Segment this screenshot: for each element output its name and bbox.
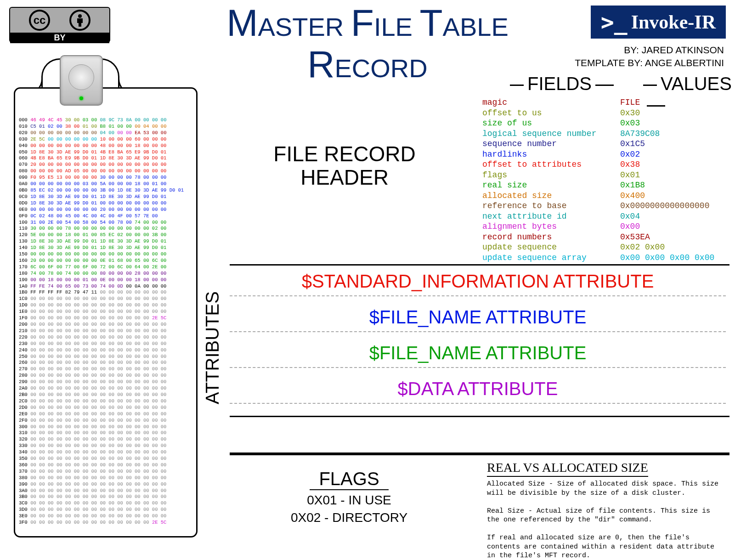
prompt-icon: >_	[601, 16, 628, 29]
attributes-label: ATTRIBUTES	[202, 291, 223, 404]
rv-p3: If real and allocated size are 0, then t…	[487, 533, 726, 560]
file-name-attribute-2: $FILE_NAME ATTRIBUTE	[230, 343, 726, 368]
field-row: update sequence 0x02 0x00	[482, 242, 721, 253]
field-name: update sequence	[482, 242, 620, 253]
field-value: 0x400	[620, 191, 721, 201]
field-value: 0x00 0x00 0x00 0x00	[620, 253, 721, 263]
rv-header: REAL VS ALLOCATED SIZE	[487, 459, 648, 477]
field-value: 0x30	[620, 108, 721, 119]
flags-header: FLAGS	[310, 469, 388, 490]
field-row: magic FILE	[482, 97, 721, 108]
hdd-icon	[60, 55, 103, 106]
field-value: 0x02	[620, 149, 721, 160]
field-name: record numbers	[482, 232, 620, 243]
field-name: next attribute id	[482, 211, 620, 222]
rv-p1: Allocated Size - Size of allocated disk …	[487, 480, 726, 498]
separator-2	[230, 416, 729, 417]
field-row: reference to base 0x0000000000000000	[482, 201, 721, 211]
flags-line-1: 0X01 - IN USE	[266, 493, 432, 508]
field-value: 0x53EA	[620, 232, 721, 243]
field-row: offset to attributes 0x38	[482, 159, 721, 170]
field-value: 8A739C08	[620, 129, 721, 139]
file-record-header-label: FILE RECORDHEADER	[248, 142, 441, 189]
invoke-ir-badge: >_ Invoke-IR	[591, 6, 726, 39]
field-name: size of us	[482, 118, 620, 129]
by-icon	[69, 10, 90, 31]
page-title: MASTER FILE TABLE RECORD	[226, 2, 509, 85]
field-value: 0x02 0x00	[620, 242, 721, 253]
data-attribute: $DATA ATTRIBUTE	[230, 379, 726, 404]
field-row: record numbers 0x53EA	[482, 232, 721, 243]
field-name: update sequence array	[482, 253, 620, 263]
file-name-attribute-1: $FILE_NAME ATTRIBUTE	[230, 307, 726, 332]
field-row: update sequence array 0x00 0x00 0x00 0x0…	[482, 253, 721, 263]
field-name: sequence number	[482, 139, 620, 149]
separator-3	[230, 453, 729, 455]
field-value: 0x1C5	[620, 139, 721, 149]
field-name: offset to us	[482, 108, 620, 119]
field-value: 0x1B8	[620, 180, 721, 191]
field-row: hardlinks 0x02	[482, 149, 721, 160]
field-name: flags	[482, 170, 620, 181]
field-name: alignment bytes	[482, 221, 620, 232]
hex-dump-panel: 000 46 49 4C 45 30 00 03 00 08 9C 73 8A …	[14, 87, 198, 537]
field-row: allocated size 0x400	[482, 191, 721, 201]
field-name: real size	[482, 180, 620, 191]
field-value: 0x0000000000000000	[620, 201, 721, 211]
field-value: 0x38	[620, 159, 721, 170]
field-value: 0x04	[620, 211, 721, 222]
field-name: offset to attributes	[482, 159, 620, 170]
field-row: offset to us 0x30	[482, 108, 721, 119]
field-value: 0x03	[620, 118, 721, 129]
invoke-ir-text: Invoke-IR	[631, 11, 716, 33]
field-row: flags 0x01	[482, 170, 721, 181]
hex-dump: 000 46 49 4C 45 30 00 03 00 08 9C 73 8A …	[19, 117, 192, 526]
svg-point-0	[78, 14, 82, 18]
fields-header: FIELDS	[510, 74, 614, 94]
credits: BY: JARED ATKINSON TEMPLATE BY: ANGE ALB…	[575, 44, 724, 70]
separator-1	[230, 264, 729, 266]
field-row: sequence number 0x1C5	[482, 139, 721, 149]
field-row: next attribute id 0x04	[482, 211, 721, 222]
field-row: alignment bytes 0x00	[482, 221, 721, 232]
template-credit: TEMPLATE BY: ANGE ALBERTINI	[575, 57, 724, 69]
field-value: 0x01	[620, 170, 721, 181]
flags-line-2: 0X02 - DIRECTORY	[266, 510, 432, 525]
field-value: 0x00	[620, 221, 721, 232]
field-name: magic	[482, 97, 620, 108]
field-row: logical sequence number 8A739C08	[482, 129, 721, 139]
field-row: real size 0x1B8	[482, 180, 721, 191]
field-row: size of us 0x03	[482, 118, 721, 129]
field-name: allocated size	[482, 191, 620, 201]
flags-box: FLAGS 0X01 - IN USE 0X02 - DIRECTORY	[266, 469, 432, 525]
cc-by-badge: cc BY	[9, 7, 110, 43]
field-value: FILE	[620, 97, 721, 108]
field-name: hardlinks	[482, 149, 620, 160]
field-value-table: magic FILE offset to us 0x30 size of us …	[482, 97, 721, 263]
field-name: logical sequence number	[482, 129, 620, 139]
rv-p2: Real Size - Actual size of file contents…	[487, 507, 726, 525]
cc-by-text: BY	[10, 33, 109, 43]
standard-information-attribute: $STANDARD_INFORMATION ATTRIBUTE	[230, 271, 726, 296]
real-vs-allocated-box: REAL VS ALLOCATED SIZE Allocated Size - …	[487, 459, 726, 560]
field-name: reference to base	[482, 201, 620, 211]
cc-icon: cc	[29, 10, 50, 31]
author-credit: BY: JARED ATKINSON	[575, 44, 724, 57]
